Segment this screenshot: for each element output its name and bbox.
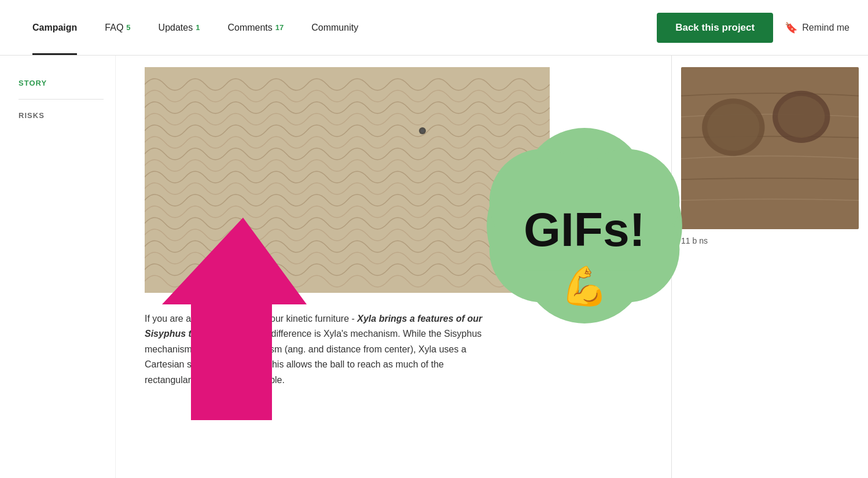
tab-updates[interactable]: Updates 1 — [145, 0, 214, 55]
svg-point-8 — [778, 96, 825, 138]
right-panel-footer: 11 b ns — [681, 229, 859, 252]
back-this-project-button[interactable]: Back this project — [657, 13, 773, 43]
pink-arrow-svg — [156, 212, 318, 420]
tab-faq[interactable]: FAQ 5 — [91, 0, 144, 55]
main-layout: STORY RISKS — [0, 56, 868, 478]
remind-me-label: Remind me — [802, 23, 849, 33]
tab-community-label: Community — [311, 23, 358, 33]
updates-badge: 1 — [196, 23, 200, 32]
tab-updates-label: Updates — [159, 23, 193, 33]
bookmark-icon: 🔖 — [785, 21, 797, 34]
tab-campaign[interactable]: Campaign — [19, 0, 91, 55]
sidebar: STORY RISKS — [0, 56, 116, 478]
tab-comments-label: Comments — [227, 23, 272, 33]
nav-actions: Back this project 🔖 Remind me — [657, 13, 849, 43]
svg-point-6 — [707, 104, 759, 150]
svg-text:💪: 💪 — [561, 264, 609, 309]
tab-community[interactable]: Community — [297, 0, 372, 55]
sidebar-divider — [19, 99, 104, 100]
bubble-shape-svg: GIFs! 💪 — [463, 110, 706, 341]
sidebar-item-story[interactable]: STORY — [19, 79, 104, 87]
tab-faq-label: FAQ — [105, 23, 123, 33]
tab-comments[interactable]: Comments 17 — [214, 0, 297, 55]
remind-me-button[interactable]: 🔖 Remind me — [785, 21, 849, 34]
gif-bubble-overlay: GIFs! 💪 — [463, 110, 706, 344]
sidebar-item-risks[interactable]: RISKS — [19, 111, 104, 120]
tab-campaign-label: Campaign — [32, 23, 77, 33]
navbar: Campaign FAQ 5 Updates 1 Comments 17 Com… — [0, 0, 868, 56]
svg-marker-3 — [162, 218, 307, 420]
comments-badge: 17 — [275, 23, 284, 32]
wood-texture-svg — [681, 67, 859, 229]
faq-badge: 5 — [126, 23, 130, 32]
right-panel-image — [681, 67, 859, 229]
svg-text:GIFs!: GIFs! — [524, 203, 645, 256]
svg-point-2 — [421, 129, 424, 133]
nav-tabs: Campaign FAQ 5 Updates 1 Comments 17 Com… — [19, 0, 657, 55]
pink-arrow-container — [156, 212, 318, 420]
